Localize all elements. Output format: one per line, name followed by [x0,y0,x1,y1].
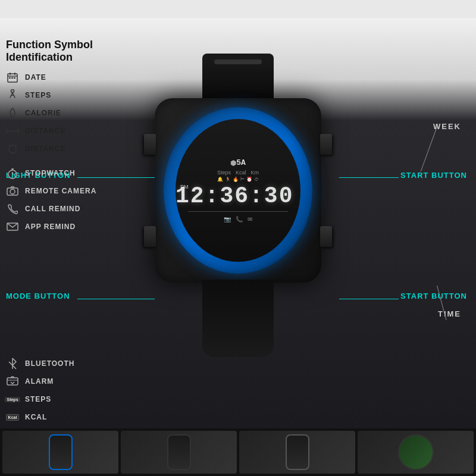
watch-icons-bottom: 📷 📞 ✉ [224,216,252,223]
func-call-remind: CALL REMIND [6,202,137,215]
function-section: Function Symbol Identification DATE [6,39,137,160]
svg-line-14 [15,145,17,146]
steps-bottom-label: STEPS [25,395,51,403]
camera-icon-bottom: 📷 [224,216,231,223]
thumbnail-round-watch [398,434,434,470]
divider [188,211,288,212]
main-container: Function Symbol Identification DATE [0,0,476,476]
call-icon [6,202,19,215]
bluetooth-label: BLUETOOTH [25,359,74,368]
bell-icon-small: 🔔 [217,177,223,182]
steps-label: STEPS [25,91,51,99]
kcal-label: KCAL [25,413,47,421]
distance-label: DISTANCE [25,127,65,135]
thumbnail-watch-2 [167,434,191,470]
light-button[interactable] [144,134,156,155]
start-button-top-line [339,177,399,178]
watch-top-row: ⬢ 5A [226,158,250,167]
start-button-bottom-annotation: START BUTTON [400,292,467,300]
watch-icons-top: 🔔 🏃 🔥 ⊢ ⏰ ⏱ [217,177,259,182]
ruler-icon-small: ⊢ [240,177,245,182]
date-label: DATE [25,73,46,82]
day-display: 5A [236,158,246,167]
mode-button-annotation: MODE BUTTON [6,292,70,300]
thumbnail-watch-1 [49,434,73,470]
start-button-bottom[interactable] [320,226,332,247]
svg-rect-6 [14,77,15,79]
metrics-row: Steps Kcal Km [217,170,259,176]
strap-bottom [202,280,274,357]
mode-button[interactable] [144,226,156,247]
stopwatch-label: STOPWATCH [25,169,76,177]
kcal-metric: Kcal [236,170,246,176]
thumbnail-2[interactable] [121,431,237,474]
func-bluetooth: BLUETOOTH [6,357,143,370]
km-metric: Km [251,170,259,176]
remote-camera-label: REMOTE CAMERA [25,187,96,195]
strap-top [202,54,274,101]
func-app-remind: APP REMIND [6,220,137,233]
func-date: DATE [6,71,137,84]
svg-point-7 [11,90,14,93]
mode-button-line [77,299,155,299]
section-title: Function Symbol Identification [6,39,137,64]
steps-icon [6,89,19,102]
kcal-box-icon: Kcal [6,411,19,424]
distance-icon [6,124,19,137]
thumbnail-1[interactable] [2,431,118,474]
steps-badge: Steps [5,397,20,402]
mail-icon [6,220,19,233]
watch-face: ⬢ 5A Steps Kcal Km 🔔 🏃 [176,119,300,262]
alarm-bell-icon [6,375,19,388]
top-bar [0,0,476,18]
bottom-thumbnails [0,428,476,476]
phone-icon-bottom: 📞 [236,216,243,223]
svg-point-21 [10,189,15,194]
func-kcal: Kcal KCAL [6,411,143,424]
stopwatch-icon [6,167,19,180]
calorie-label: CALORIE [25,109,61,117]
alarm-icon-top [6,142,19,155]
func-distance: DISTANCE [6,124,137,137]
thumbnail-3[interactable] [239,431,355,474]
kcal-badge: Kcal [6,414,20,421]
func-alarm-bottom: ALARM [6,375,143,388]
start-button-bottom-line [339,299,399,299]
alarm-label: ALARM [25,377,54,386]
start-button-top-annotation: START BUTTON [400,171,467,180]
mail-icon-bottom: ✉ [248,216,252,223]
watch-face-outer: ⬢ 5A Steps Kcal Km 🔔 🏃 [164,107,312,274]
mid-function-section: STOPWATCH REMOTE CAMERA [6,167,137,238]
app-remind-label: APP REMIND [25,223,76,231]
thumbnail-4[interactable] [358,431,474,474]
flame-icon-small: 🔥 [233,177,239,182]
calorie-icon [6,107,19,120]
func-alarm: DISTANCE [6,142,137,155]
clock-icon-small: ⏱ [254,177,259,182]
func-steps-bottom: Steps STEPS [6,393,143,406]
svg-rect-4 [9,77,11,79]
time-display: 12:36:30 [176,185,293,208]
bell-distance-label: DISTANCE [25,145,65,153]
thumbnail-watch-3 [286,434,309,470]
camera-icon [6,184,19,198]
func-remote-camera: REMOTE CAMERA [6,184,137,198]
call-remind-label: CALL REMIND [25,205,80,213]
svg-line-13 [8,145,10,146]
bluetooth-display-icon: ⬢ [230,159,236,167]
steps-box-icon: Steps [6,393,19,406]
bluetooth-icon-main [6,357,19,370]
alarm-icon-small: ⏰ [246,177,252,182]
run-icon-small: 🏃 [225,177,231,182]
time-annotation: TIME [438,309,461,318]
watch-container: ⬢ 5A Steps Kcal Km 🔔 🏃 [137,54,339,363]
steps-metric: Steps [217,170,231,176]
start-button-top[interactable] [320,134,332,155]
watch-body: ⬢ 5A Steps Kcal Km 🔔 🏃 [155,98,321,283]
svg-rect-5 [11,77,13,79]
date-icon [6,71,19,84]
func-calorie: CALORIE [6,107,137,120]
content-area: Function Symbol Identification DATE [0,18,476,428]
week-line [421,127,437,172]
func-steps: STEPS [6,89,137,102]
